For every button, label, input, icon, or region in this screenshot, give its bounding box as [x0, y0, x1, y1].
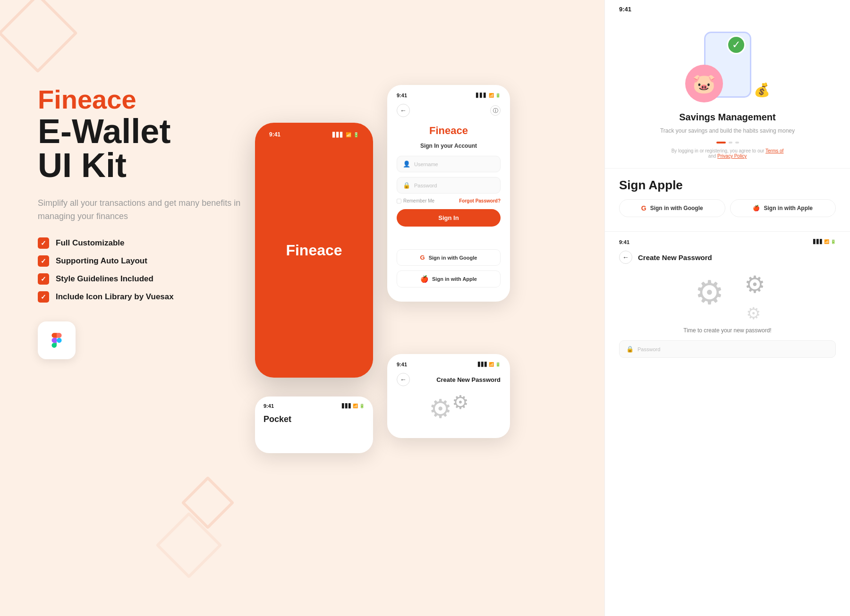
- center-phone-status-bar: 9:41 ▋▋▋ 📶 🔋: [269, 131, 359, 138]
- signin-button[interactable]: Sign In: [397, 209, 501, 227]
- pw-lock-icon: 🔒: [626, 346, 634, 353]
- check-icon-2: ✓: [38, 255, 49, 267]
- check-circle-icon: ✓: [727, 35, 746, 54]
- right-panel: 9:41 ✓ 🐷 💰 Savings Management Track your…: [604, 0, 850, 616]
- google-pill-label: Sign in with Google: [650, 205, 703, 211]
- figma-logo-icon: [47, 331, 66, 350]
- terms-text: By logging in or registering, you agree …: [619, 148, 836, 159]
- remember-me-label: Remember Me: [397, 198, 434, 203]
- check-icon-1: ✓: [38, 237, 49, 249]
- terms-link[interactable]: Terms of: [765, 148, 783, 153]
- left-section: Fineace E-Wallet UI Kit Simplify all you…: [38, 85, 264, 359]
- savings-illustration: ✓ 🐷 💰: [619, 27, 836, 102]
- google-signin-button[interactable]: G Sign in with Google: [397, 249, 501, 266]
- google-icon: G: [420, 254, 425, 261]
- dot-active: [716, 142, 726, 143]
- info-icon[interactable]: ⓘ: [490, 105, 501, 116]
- create-pw-nav: ← Create New Password: [397, 373, 501, 386]
- privacy-link[interactable]: Privacy Policy: [717, 153, 747, 159]
- figma-badge: [38, 321, 76, 359]
- create-pw-phone-title: Create New Password: [436, 376, 501, 383]
- feature-item-4: ✓ Include Icon Library by Vuesax: [38, 291, 264, 303]
- username-placeholder: Username: [414, 161, 438, 167]
- hero-description: Simplify all your transactions and get m…: [38, 196, 241, 224]
- check-icon-3: ✓: [38, 273, 49, 285]
- create-pw-section-status: 9:41 ▋▋▋ 📶 🔋: [619, 239, 836, 245]
- center-phone: 9:41 ▋▋▋ 📶 🔋 Fineace: [255, 123, 373, 378]
- signin-title: Sign In your Account: [397, 143, 501, 149]
- center-phone-brand: Fineace: [286, 242, 342, 259]
- pocket-status-bar: 9:41 ▋▋▋ 📶 🔋: [264, 403, 365, 409]
- dot-inactive-1: [729, 142, 732, 143]
- gear-icon-large: ⚙: [429, 394, 452, 424]
- create-pw-input[interactable]: 🔒 Password: [619, 340, 836, 358]
- gear-large-icon: ⚙: [695, 273, 724, 312]
- user-icon: 👤: [403, 160, 410, 168]
- google-pill-icon: G: [641, 204, 646, 212]
- sign-apple-title: Sign Apple: [619, 178, 836, 193]
- password-placeholder: Password: [414, 183, 437, 188]
- pocket-phone: 9:41 ▋▋▋ 📶 🔋 Pocket: [255, 397, 373, 453]
- google-pill-button[interactable]: G Sign in with Google: [619, 199, 725, 217]
- apple-icon: 🍎: [420, 275, 428, 283]
- lock-icon: 🔒: [403, 182, 410, 189]
- password-field[interactable]: 🔒 Password: [397, 177, 501, 194]
- create-pw-section-title: Create New Password: [638, 253, 712, 262]
- coins-icon: 💰: [754, 82, 770, 98]
- brand-name: Fineace: [38, 85, 264, 114]
- sign-apple-section: Sign Apple G Sign in with Google 🍎 Sign …: [605, 169, 850, 232]
- create-pw-caption: Time to create your new password!: [619, 327, 836, 334]
- create-pw-back-icon[interactable]: ←: [397, 373, 410, 386]
- apple-pill-button[interactable]: 🍎 Sign in with Apple: [730, 199, 836, 217]
- username-field[interactable]: 👤 Username: [397, 156, 501, 172]
- create-pw-section-nav: ← Create New Password: [619, 251, 836, 264]
- signin-brand: Fineace: [397, 125, 501, 137]
- dots-pagination: [619, 142, 836, 143]
- feature-item-3: ✓ Style Guidelines Included: [38, 273, 264, 285]
- savings-title: Savings Management: [619, 112, 836, 123]
- right-panel-time-top: 9:41: [605, 0, 850, 13]
- piggy-icon: 🐷: [685, 65, 723, 102]
- forgot-password-link[interactable]: Forgot Password?: [459, 198, 501, 203]
- dot-inactive-2: [735, 142, 739, 143]
- back-arrow-icon[interactable]: ←: [397, 104, 410, 117]
- savings-card: ✓ 🐷 💰 Savings Management Track your savi…: [605, 13, 850, 169]
- apple-pill-label: Sign in with Apple: [764, 205, 813, 211]
- signin-status-bar: 9:41 ▋▋▋ 📶 🔋: [397, 93, 501, 98]
- create-pw-phone: 9:41 ▋▋▋ 📶 🔋 ← Create New Password ⚙ ⚙: [387, 354, 510, 438]
- create-pw-section: 9:41 ▋▋▋ 📶 🔋 ← Create New Password ⚙ ⚙ ⚙…: [605, 232, 850, 365]
- divider: [397, 234, 501, 244]
- gear-medium-icon: ⚙: [744, 271, 765, 298]
- status-icons: ▋▋▋ 📶 🔋: [476, 93, 501, 98]
- feature-item-2: ✓ Supporting Auto Layout: [38, 255, 264, 267]
- create-pw-status-bar: 9:41 ▋▋▋ 📶 🔋: [397, 362, 501, 367]
- gear-small-icon: ⚙: [746, 304, 761, 323]
- apple-pill-icon: 🍎: [753, 205, 760, 211]
- signin-nav-bar: ← ⓘ: [397, 104, 501, 117]
- pw-input-placeholder: Password: [638, 346, 660, 352]
- bg-decoration-1: [0, 0, 78, 73]
- check-icon-4: ✓: [38, 291, 49, 303]
- signin-phone: 9:41 ▋▋▋ 📶 🔋 ← ⓘ Fineace Sign In your Ac…: [387, 85, 510, 302]
- savings-description: Track your savings and build the habits …: [619, 127, 836, 135]
- tagline-main: E-Wallet UI Kit: [38, 114, 264, 182]
- gear-icon-medium: ⚙: [452, 391, 469, 424]
- gear-illustration: ⚙ ⚙ ⚙: [619, 273, 836, 321]
- create-pw-section-back-icon[interactable]: ←: [619, 251, 632, 264]
- apple-signin-button[interactable]: 🍎 Sign in with Apple: [397, 270, 501, 287]
- create-pw-gears-area: ⚙ ⚙: [397, 394, 501, 424]
- sign-apple-social-btns: G Sign in with Google 🍎 Sign in with App…: [619, 199, 836, 217]
- feature-item-1: ✓ Full Customizable: [38, 237, 264, 249]
- remember-row: Remember Me Forgot Password?: [397, 198, 501, 203]
- pocket-title: Pocket: [264, 414, 365, 424]
- feature-list: ✓ Full Customizable ✓ Supporting Auto La…: [38, 237, 264, 303]
